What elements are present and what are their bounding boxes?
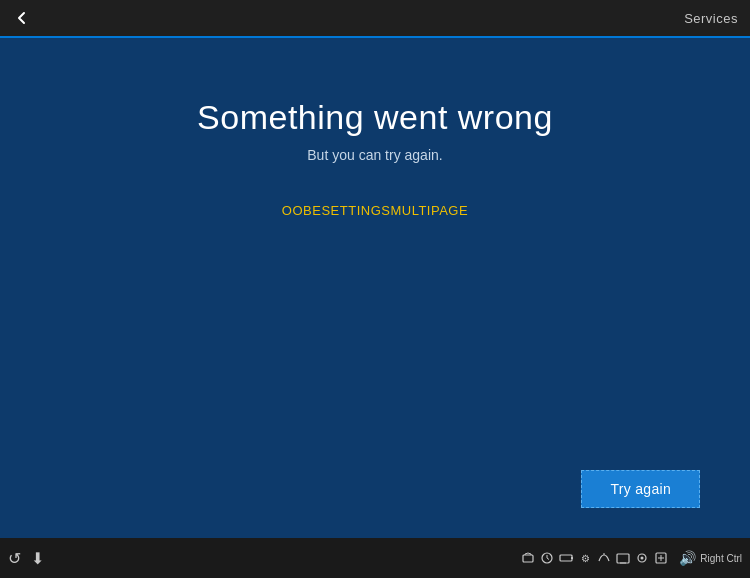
svg-rect-0 — [523, 555, 533, 562]
tray-icon-2 — [539, 550, 555, 566]
taskbar-right: ⚙ 🔊 Right Ctrl — [520, 550, 742, 566]
error-subtitle: But you can try again. — [307, 147, 442, 163]
error-title: Something went wrong — [197, 98, 553, 137]
svg-rect-5 — [617, 554, 629, 563]
svg-rect-2 — [560, 555, 572, 561]
refresh-icon[interactable]: ↺ — [8, 549, 21, 568]
svg-rect-3 — [571, 557, 573, 559]
download-icon[interactable]: ⬇ — [31, 549, 44, 568]
svg-point-8 — [641, 557, 644, 560]
tray-icon-6 — [615, 550, 631, 566]
back-button[interactable] — [8, 4, 36, 32]
tray-icon-4: ⚙ — [577, 550, 593, 566]
try-again-button[interactable]: Try again — [581, 470, 700, 508]
tray-icon-3 — [558, 550, 574, 566]
taskbar-left: ↺ ⬇ — [8, 549, 44, 568]
main-content: Something went wrong But you can try aga… — [0, 38, 750, 538]
services-label: Services — [684, 11, 738, 26]
volume-icon[interactable]: 🔊 — [679, 550, 696, 566]
tray-icon-5 — [596, 550, 612, 566]
tray-icon-1 — [520, 550, 536, 566]
tray-icon-7 — [634, 550, 650, 566]
title-bar: Services — [0, 0, 750, 38]
taskbar: ↺ ⬇ ⚙ — [0, 538, 750, 578]
error-code: OOBESETTINGSMULTIPAGE — [282, 203, 468, 218]
sys-tray: ⚙ — [520, 550, 669, 566]
tray-icon-8 — [653, 550, 669, 566]
right-ctrl-label: Right Ctrl — [700, 553, 742, 564]
